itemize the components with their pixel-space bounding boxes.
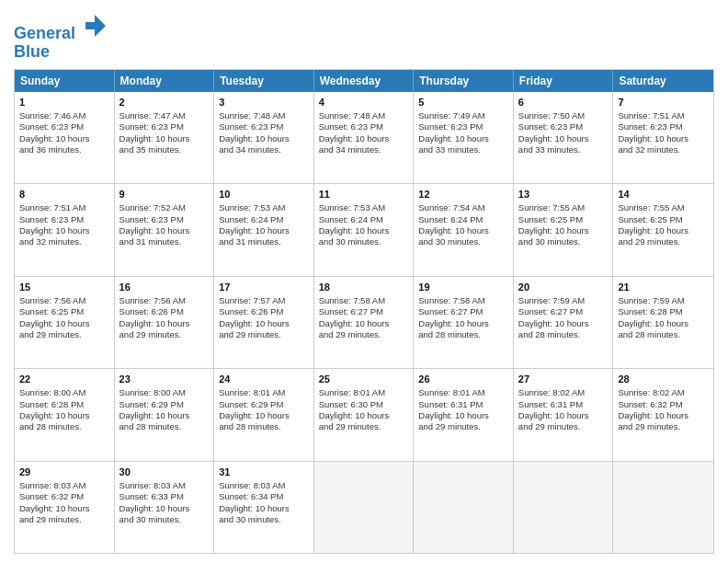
day-info-line: Sunrise: 7:58 AM — [418, 295, 508, 306]
day-info-line: Daylight: 10 hours — [19, 503, 109, 514]
day-cell-24: 24Sunrise: 8:01 AMSunset: 6:29 PMDayligh… — [214, 369, 314, 460]
day-info-line: Daylight: 10 hours — [618, 225, 709, 236]
day-number: 26 — [418, 373, 508, 385]
day-info-line: and 31 minutes. — [119, 236, 210, 247]
header-day-tuesday: Tuesday — [214, 70, 314, 92]
day-number: 13 — [518, 188, 609, 201]
day-info-line: Sunset: 6:27 PM — [518, 306, 609, 317]
day-info-line: Sunset: 6:25 PM — [618, 214, 709, 225]
day-cell-4: 4Sunrise: 7:48 AMSunset: 6:23 PMDaylight… — [314, 92, 415, 183]
day-info-line: Sunrise: 8:01 AM — [219, 387, 309, 398]
day-cell-25: 25Sunrise: 8:01 AMSunset: 6:30 PMDayligh… — [314, 369, 415, 460]
day-info-line: Sunset: 6:24 PM — [219, 214, 309, 225]
logo-blue: Blue — [14, 43, 108, 62]
day-info-line: Daylight: 10 hours — [19, 318, 109, 329]
day-info-line: and 29 minutes. — [19, 329, 109, 340]
day-info-line: Sunrise: 7:48 AM — [219, 110, 309, 121]
day-number: 7 — [618, 96, 709, 109]
header-day-thursday: Thursday — [414, 70, 514, 92]
day-info-line: Sunrise: 8:01 AM — [418, 387, 508, 398]
day-info-line: Sunrise: 7:55 AM — [518, 202, 609, 213]
day-info-line: Sunset: 6:28 PM — [618, 306, 709, 317]
svg-marker-0 — [85, 15, 106, 37]
logo-icon — [82, 13, 108, 39]
day-info-line: Daylight: 10 hours — [219, 225, 309, 236]
day-info-line: Daylight: 10 hours — [19, 133, 109, 144]
day-info-line: Sunset: 6:25 PM — [518, 214, 609, 225]
day-number: 30 — [119, 465, 210, 478]
day-number: 19 — [418, 281, 508, 293]
day-info-line: Daylight: 10 hours — [418, 318, 508, 329]
day-info-line: Sunrise: 8:03 AM — [119, 480, 210, 491]
day-cell-16: 16Sunrise: 7:56 AMSunset: 6:26 PMDayligh… — [115, 277, 215, 368]
day-info-line: and 28 minutes. — [19, 421, 109, 432]
day-info-line: and 29 minutes. — [219, 329, 309, 340]
day-cell-17: 17Sunrise: 7:57 AMSunset: 6:26 PMDayligh… — [214, 277, 314, 368]
day-info-line: Sunrise: 7:52 AM — [119, 202, 210, 213]
day-info-line: and 30 minutes. — [518, 236, 609, 247]
day-info-line: and 30 minutes. — [418, 236, 508, 247]
day-info-line: Daylight: 10 hours — [518, 318, 609, 329]
day-info-line: Sunset: 6:32 PM — [618, 399, 709, 410]
day-info-line: Sunrise: 7:49 AM — [418, 110, 508, 121]
day-cell-14: 14Sunrise: 7:55 AMSunset: 6:25 PMDayligh… — [613, 184, 713, 275]
day-info-line: Sunrise: 7:53 AM — [219, 202, 309, 213]
calendar-body: 1Sunrise: 7:46 AMSunset: 6:23 PMDaylight… — [15, 92, 713, 553]
day-number: 28 — [618, 373, 709, 385]
day-info-line: Sunrise: 7:57 AM — [219, 295, 309, 306]
day-info-line: Sunset: 6:32 PM — [19, 491, 109, 502]
day-info-line: Sunrise: 7:50 AM — [518, 110, 609, 121]
day-info-line: Sunrise: 8:00 AM — [119, 387, 210, 398]
day-number: 5 — [418, 96, 508, 109]
day-info-line: and 30 minutes. — [319, 236, 409, 247]
calendar-row-0: 1Sunrise: 7:46 AMSunset: 6:23 PMDaylight… — [15, 92, 713, 184]
day-cell-23: 23Sunrise: 8:00 AMSunset: 6:29 PMDayligh… — [115, 369, 215, 460]
day-info-line: Daylight: 10 hours — [418, 410, 508, 421]
day-info-line: and 29 minutes. — [518, 421, 609, 432]
day-info-line: Daylight: 10 hours — [319, 318, 409, 329]
day-number: 11 — [319, 188, 409, 201]
logo: General Blue — [14, 13, 108, 62]
day-cell-22: 22Sunrise: 8:00 AMSunset: 6:28 PMDayligh… — [15, 369, 115, 460]
day-cell-19: 19Sunrise: 7:58 AMSunset: 6:27 PMDayligh… — [414, 277, 514, 368]
day-info-line: Sunset: 6:27 PM — [418, 306, 508, 317]
day-number: 9 — [119, 188, 210, 201]
day-info-line: Daylight: 10 hours — [618, 133, 709, 144]
day-number: 18 — [319, 281, 409, 293]
day-info-line: Sunset: 6:23 PM — [219, 121, 309, 132]
day-cell-13: 13Sunrise: 7:55 AMSunset: 6:25 PMDayligh… — [514, 184, 614, 275]
day-info-line: Sunrise: 7:56 AM — [119, 295, 210, 306]
day-info-line: Daylight: 10 hours — [119, 318, 210, 329]
day-info-line: Sunset: 6:29 PM — [119, 399, 210, 410]
day-info-line: Daylight: 10 hours — [219, 503, 309, 514]
day-number: 2 — [119, 96, 210, 109]
day-info-line: Daylight: 10 hours — [518, 410, 609, 421]
day-info-line: Sunset: 6:30 PM — [319, 399, 409, 410]
day-info-line: Daylight: 10 hours — [19, 225, 109, 236]
day-info-line: Daylight: 10 hours — [319, 133, 409, 144]
day-number: 3 — [219, 96, 309, 109]
day-info-line: Daylight: 10 hours — [319, 410, 409, 421]
header-day-monday: Monday — [115, 70, 215, 92]
day-info-line: Sunset: 6:27 PM — [319, 306, 409, 317]
day-info-line: Sunrise: 7:54 AM — [418, 202, 508, 213]
day-cell-9: 9Sunrise: 7:52 AMSunset: 6:23 PMDaylight… — [115, 184, 215, 275]
day-info-line: and 29 minutes. — [319, 329, 409, 340]
day-info-line: and 29 minutes. — [618, 421, 709, 432]
day-cell-27: 27Sunrise: 8:02 AMSunset: 6:31 PMDayligh… — [514, 369, 614, 460]
day-cell-15: 15Sunrise: 7:56 AMSunset: 6:25 PMDayligh… — [15, 277, 115, 368]
day-info-line: Sunset: 6:24 PM — [319, 214, 409, 225]
day-cell-2: 2Sunrise: 7:47 AMSunset: 6:23 PMDaylight… — [115, 92, 215, 183]
day-info-line: Sunrise: 7:59 AM — [518, 295, 609, 306]
day-cell-29: 29Sunrise: 8:03 AMSunset: 6:32 PMDayligh… — [15, 462, 115, 553]
header-day-friday: Friday — [514, 70, 614, 92]
day-cell-11: 11Sunrise: 7:53 AMSunset: 6:24 PMDayligh… — [314, 184, 415, 275]
day-number: 22 — [19, 373, 109, 385]
calendar-row-2: 15Sunrise: 7:56 AMSunset: 6:25 PMDayligh… — [15, 277, 713, 369]
day-info-line: Daylight: 10 hours — [319, 225, 409, 236]
day-info-line: Sunset: 6:23 PM — [618, 121, 709, 132]
header: General Blue — [14, 9, 714, 62]
logo-text: General — [14, 13, 108, 43]
day-cell-31: 31Sunrise: 8:03 AMSunset: 6:34 PMDayligh… — [214, 462, 314, 553]
day-info-line: Sunrise: 7:53 AM — [319, 202, 409, 213]
